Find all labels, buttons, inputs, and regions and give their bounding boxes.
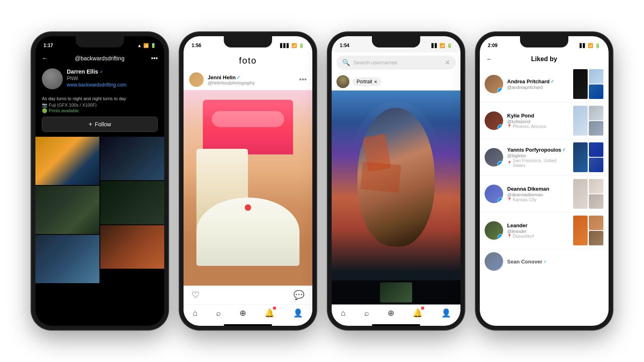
liked-photo-a3 [589,84,603,99]
grid-img-3[interactable] [35,186,99,234]
liked-item-yannis[interactable]: ✓ Yannis Porfyropoulos ✓ @biglebo 📍 San … [480,139,609,175]
filter-remove-icon[interactable]: ✕ [374,80,377,84]
liked-avatar-andrea: ✓ [485,75,503,93]
grid-img-2[interactable] [100,137,164,180]
battery-icon-2: 🔋 [299,43,304,48]
notch-2 [224,36,272,47]
search-bar-container: 🔍 Search usernames ✕ [332,52,460,73]
post-avatar[interactable] [189,72,204,87]
follow-button[interactable]: + Follow [42,117,158,132]
liked-info-deanna: Deanna Dikeman @deannadikeman 📍 Kansas C… [507,186,569,202]
filter-chip-portrait[interactable]: Portrait ✕ [353,77,381,86]
notch-3 [372,36,420,47]
grid-img-6[interactable] [100,225,164,269]
mini-preview-img[interactable] [380,282,412,302]
time-1: 1:17 [43,43,53,48]
liked-photo-y3 [589,158,603,172]
verified-badge-1: ✓ [100,70,103,74]
add-nav-3[interactable]: ⊕ [388,308,394,318]
back-icon-1[interactable]: ← [42,55,48,62]
liked-photos-leander [573,216,604,245]
grid-col-right [100,137,164,326]
notif-dot-2 [273,306,276,310]
verified-yannis: ✓ [562,148,566,152]
home-bar-2 [224,324,272,326]
liked-info-sean: Sean Conover ✓ [507,259,604,265]
search-bar[interactable]: 🔍 Search usernames ✕ [336,56,456,70]
battery-icon-1: 🔋 [151,43,156,48]
liked-photo-l1 [573,216,588,245]
phone4-content: ← Liked by ✓ Andrea Pritchard ✓ [480,52,609,326]
liked-item-leander[interactable]: + Leander @leander 📍 Düsseldorf [480,212,609,249]
comment-icon[interactable]: 💬 [293,290,304,300]
grid-img-4[interactable] [100,181,164,224]
add-nav[interactable]: ⊕ [239,308,246,318]
wifi-icon-4: 📶 [588,43,593,48]
liked-photo-k2 [589,106,603,120]
profile-prints: 🟢 Prints available [42,108,158,113]
wifi-icon-2: 📶 [291,43,297,48]
liked-avatar-sean [485,252,503,271]
liked-name-yannis: Yannis Porfyropoulos ✓ [507,147,569,153]
profile-bio: As day turns to night and night turns to… [42,96,158,102]
post-actions: ♡ 💬 [184,286,312,304]
liked-info-andrea: Andrea Pritchard ✓ @andreapritchard [507,78,569,90]
profile-nav-3[interactable]: 👤 [441,308,451,318]
search-input-3[interactable]: Search usernames [353,60,442,66]
battery-icon-4: 🔋 [595,43,601,48]
liked-item-deanna[interactable]: ✓ Deanna Dikeman @deannadikeman 📍 Kansas… [480,175,609,212]
profile-link[interactable]: www.backwardsdrifting.com [67,82,158,88]
wifi-icon-3: 📶 [440,43,445,48]
profile-username: @backwardsdrifting [48,55,151,62]
grid-img-1[interactable] [35,137,99,185]
liked-name-andrea: Andrea Pritchard ✓ [507,78,569,84]
liked-header: ← Liked by [480,52,609,66]
pin-icon-deanna: 📍 [507,197,512,202]
phone1-header: ← @backwardsdrifting ••• [35,52,164,65]
liked-name-leander: Leander [507,222,569,228]
post-handle: @helinfoodphotography [208,80,295,85]
back-icon-4[interactable]: ← [486,56,493,63]
search-nav-2[interactable]: ⌕ [216,309,221,318]
liked-location-leander: 📍 Düsseldorf [507,234,569,239]
more-icon-2[interactable]: ••• [299,76,307,84]
close-icon-3[interactable]: ✕ [445,59,450,66]
more-icon-1[interactable]: ••• [151,55,158,62]
liked-photos-andrea [573,69,604,99]
notch-4 [520,36,568,47]
liked-photos-yannis [573,142,604,172]
follow-plus-leander: + [497,234,503,240]
liked-item-andrea[interactable]: ✓ Andrea Pritchard ✓ @andreapritchard [480,66,609,102]
liked-photo-a2 [589,69,603,84]
status-icons-1: ▲ 📶 🔋 [137,43,156,48]
liked-info-yannis: Yannis Porfyropoulos ✓ @biglebo 📍 San Fr… [507,147,569,168]
signal-icon-4: ▋▋ [580,43,586,48]
time-3: 1:54 [340,43,349,48]
home-nav-3[interactable]: ⌂ [341,309,346,318]
photo-grid-1 [35,137,164,326]
phone-2: 1:56 ▋▋▋ 📶 🔋 foto Jenni Helin ✓ [180,32,316,330]
liked-item-sean[interactable]: Sean Conover ✓ [480,249,609,274]
cake-scene [184,90,312,286]
search-nav-3[interactable]: ⌕ [364,309,369,318]
liked-photo-k1 [573,106,588,136]
profile-nav-2[interactable]: 👤 [293,308,303,318]
foto-header: foto [184,52,312,69]
scene: 1:17 ▲ 📶 🔋 ← @backwardsdrifting ••• [0,0,644,362]
filter-row: Portrait ✕ [332,73,460,90]
notif-nav-3[interactable]: 🔔 [413,308,423,318]
like-icon[interactable]: ♡ [192,290,200,300]
grid-img-5[interactable] [35,235,99,283]
liked-avatar-kylie: ✓ [485,111,503,130]
liked-photo-l2 [589,216,603,230]
filter-avatar [336,75,349,88]
post-user-info: Jenni Helin ✓ @helinfoodphotography [208,74,295,85]
home-nav[interactable]: ⌂ [193,309,198,318]
search-icon-3: 🔍 [342,59,350,66]
wifi-icon-1: ▲ [137,43,142,48]
liked-title: Liked by [493,56,596,63]
notif-nav-2[interactable]: 🔔 [264,308,275,318]
liked-item-kylie[interactable]: ✓ Kylie Pond @kyliepond 📍 Phoenix, Arizo… [480,102,609,139]
signal-icon-1: 📶 [143,43,149,48]
bottom-nav-2: ⌂ ⌕ ⊕ 🔔 👤 [184,304,312,323]
